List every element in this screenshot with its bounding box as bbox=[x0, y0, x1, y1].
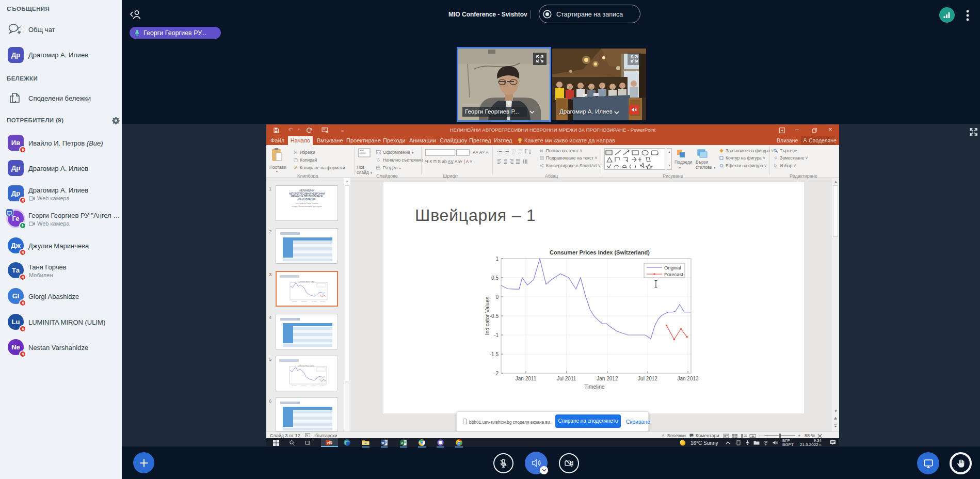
svg-text:Jan 2013: Jan 2013 bbox=[319, 385, 325, 387]
svg-text:-1: -1 bbox=[494, 332, 499, 338]
svg-text:P: P bbox=[327, 441, 329, 444]
svg-text:Jul 2012: Jul 2012 bbox=[638, 376, 657, 381]
svg-text:W: W bbox=[381, 441, 384, 444]
svg-text:Jan 2012: Jan 2012 bbox=[597, 376, 618, 381]
svg-text:Consumer Prices Index (Switzer: Consumer Prices Index (Switzerland) bbox=[550, 249, 650, 256]
svg-text:Jan 2011: Jan 2011 bbox=[292, 301, 298, 302]
svg-text:Consumer Prices Index: Consumer Prices Index bbox=[298, 365, 314, 367]
svg-text:Jan 2012: Jan 2012 bbox=[301, 301, 307, 302]
svg-text:X: X bbox=[401, 441, 403, 444]
svg-text:Timeline: Timeline bbox=[584, 384, 604, 390]
svg-text:-0.5: -0.5 bbox=[490, 313, 499, 319]
svg-text:Forecast: Forecast bbox=[664, 272, 683, 277]
svg-text:Jan 2013: Jan 2013 bbox=[320, 301, 326, 302]
svg-text:Jan 2012: Jan 2012 bbox=[301, 385, 307, 387]
svg-text:0: 0 bbox=[495, 294, 499, 300]
svg-text:1: 1 bbox=[495, 256, 499, 262]
svg-text:Indicator Values: Indicator Values bbox=[484, 297, 490, 336]
svg-text:Jul 2012: Jul 2012 bbox=[312, 301, 317, 302]
svg-text:Jul 2012: Jul 2012 bbox=[311, 385, 316, 387]
svg-text:-1.5: -1.5 bbox=[490, 352, 499, 357]
svg-text:Jul 2011: Jul 2011 bbox=[557, 376, 576, 381]
svg-text:0.5: 0.5 bbox=[491, 275, 499, 281]
svg-text:Jan 2011: Jan 2011 bbox=[292, 385, 297, 387]
svg-text:Consumer Prices Index: Consumer Prices Index bbox=[298, 281, 315, 283]
svg-text:Jan 2011: Jan 2011 bbox=[516, 376, 537, 381]
svg-text:-2: -2 bbox=[494, 371, 499, 376]
svg-text:Jan 2013: Jan 2013 bbox=[677, 376, 699, 381]
svg-text:Original: Original bbox=[664, 265, 681, 270]
